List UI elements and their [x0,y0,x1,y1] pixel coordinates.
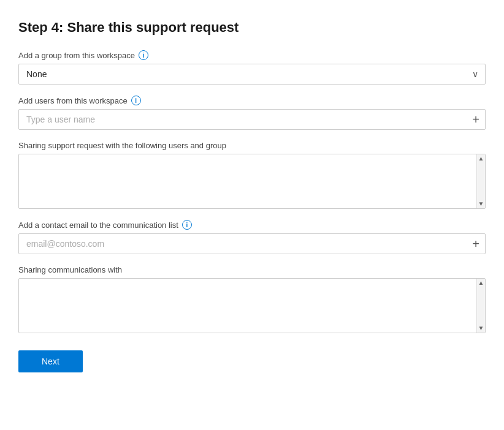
contact-email-section: Add a contact email to the communication… [18,220,486,254]
sharing-comms-scrollbar[interactable]: ▲ ▼ [476,279,485,333]
users-section: Add users from this workspace i + [18,96,486,130]
user-input-wrapper: + [18,109,486,130]
users-label-text: Add users from this workspace [18,96,128,105]
group-label-text: Add a group from this workspace [18,51,135,60]
contact-email-info-icon[interactable]: i [182,220,192,230]
sharing-comms-label: Sharing communications with [18,265,486,274]
sharing-users-label: Sharing support request with the followi… [18,141,486,150]
group-section: Add a group from this workspace i None ∨ [18,50,486,85]
sharing-comms-box: ▲ ▼ [18,278,486,333]
group-label: Add a group from this workspace i [18,50,486,60]
sharing-users-box: ▲ ▼ [18,154,486,209]
next-button[interactable]: Next [18,350,83,372]
scroll-up-arrow-comms[interactable]: ▲ [478,280,484,286]
scroll-down-arrow[interactable]: ▼ [478,201,484,207]
sharing-comms-section: Sharing communications with ▲ ▼ [18,265,486,333]
users-info-icon[interactable]: i [131,96,141,105]
scroll-up-arrow[interactable]: ▲ [478,156,484,162]
sharing-users-scrollbar[interactable]: ▲ ▼ [476,154,485,208]
contact-email-label: Add a contact email to the communication… [18,220,486,230]
group-select-wrapper: None ∨ [18,64,486,85]
sharing-users-section: Sharing support request with the followi… [18,141,486,209]
contact-email-input[interactable] [18,233,486,254]
add-user-button[interactable]: + [472,113,479,126]
add-email-button[interactable]: + [472,238,479,250]
user-name-input[interactable] [18,109,486,130]
group-info-icon[interactable]: i [139,50,148,60]
scroll-down-arrow-comms[interactable]: ▼ [478,325,484,331]
group-select[interactable]: None [18,64,486,85]
page-title: Step 4: Share this support request [18,20,486,36]
email-input-wrapper: + [18,233,486,254]
contact-email-label-text: Add a contact email to the communication… [18,221,178,230]
users-label: Add users from this workspace i [18,96,486,105]
